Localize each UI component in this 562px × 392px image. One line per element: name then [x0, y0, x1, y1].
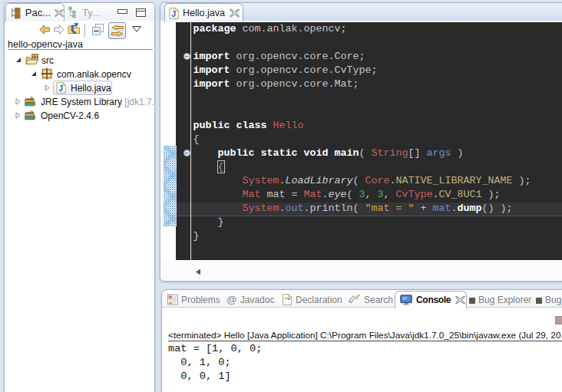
svg-text:J: J	[58, 83, 63, 92]
svg-text:J: J	[171, 8, 176, 18]
